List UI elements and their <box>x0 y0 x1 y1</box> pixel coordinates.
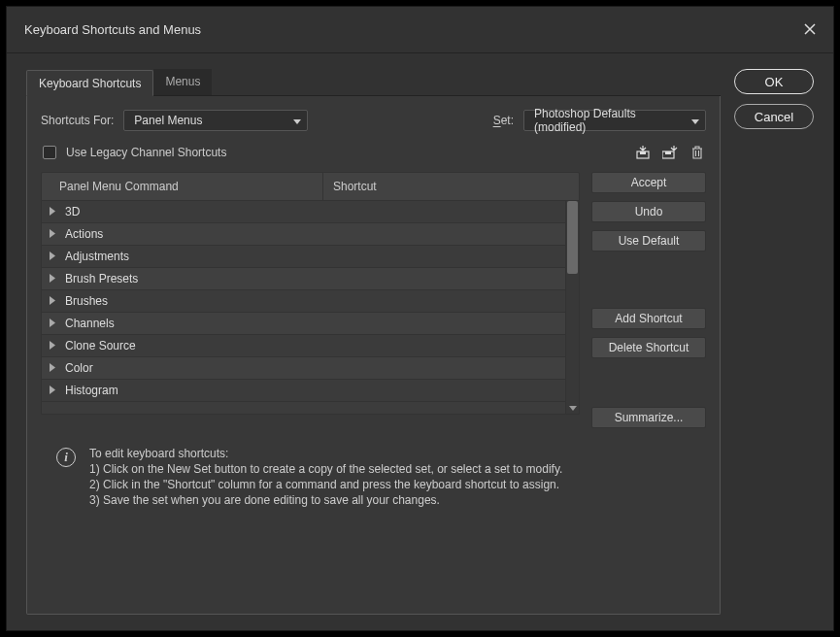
row-label: Clone Source <box>65 339 565 352</box>
shortcuts-for-value: Panel Menus <box>134 114 202 127</box>
chevron-right-icon <box>50 384 57 397</box>
instructions: i To edit keyboard shortcuts: 1) Click o… <box>41 428 706 512</box>
instructions-text: To edit keyboard shortcuts: 1) Click on … <box>89 446 562 508</box>
row-label: Brush Presets <box>65 272 565 285</box>
ok-button[interactable]: OK <box>734 69 814 94</box>
side-column: OK Cancel <box>734 69 814 615</box>
chevron-right-icon <box>50 294 57 308</box>
table-header: Panel Menu Command Shortcut <box>41 172 580 201</box>
use-default-button[interactable]: Use Default <box>591 230 706 251</box>
delete-set-button[interactable] <box>689 145 706 160</box>
summarize-button[interactable]: Summarize... <box>591 407 706 428</box>
close-button[interactable] <box>800 17 820 42</box>
set-icon-buttons <box>634 145 706 160</box>
legacy-label: Use Legacy Channel Shortcuts <box>66 146 226 159</box>
chevron-right-icon <box>50 272 57 285</box>
main-column: Keyboard Shortcuts Menus Shortcuts For: … <box>26 69 721 615</box>
chevron-right-icon <box>50 250 57 263</box>
table-row[interactable]: Actions <box>42 223 565 246</box>
tab-menus[interactable]: Menus <box>153 69 212 95</box>
row-label: Actions <box>65 227 565 241</box>
titlebar: Keyboard Shortcuts and Menus <box>7 7 833 53</box>
dialog-body: Keyboard Shortcuts Menus Shortcuts For: … <box>7 53 833 630</box>
close-icon <box>804 23 816 35</box>
table-row[interactable]: Clone Source <box>42 335 565 357</box>
chevron-right-icon <box>50 339 57 352</box>
accept-button[interactable]: Accept <box>591 172 706 193</box>
scrollbar-thumb[interactable] <box>567 201 578 274</box>
table-row[interactable]: 3D <box>42 201 565 223</box>
col-header-shortcut: Shortcut <box>323 180 579 193</box>
chevron-right-icon <box>50 205 57 218</box>
top-row: Shortcuts For: Panel Menus Set: Photosho… <box>41 110 706 131</box>
table-rows: 3DActionsAdjustmentsBrush PresetsBrushes… <box>42 201 565 414</box>
table-row[interactable]: Adjustments <box>42 246 565 268</box>
table-row[interactable]: Brushes <box>42 290 565 313</box>
instructions-line3: 3) Save the set when you are done editin… <box>89 492 562 508</box>
delete-shortcut-button[interactable]: Delete Shortcut <box>591 337 706 358</box>
row-label: Histogram <box>65 384 565 397</box>
table-area: Panel Menu Command Shortcut 3DActionsAdj… <box>41 172 706 428</box>
table-row[interactable]: Histogram <box>42 380 565 402</box>
row-label: Adjustments <box>65 250 565 263</box>
row-label: Brushes <box>65 294 565 308</box>
svg-rect-1 <box>640 151 646 154</box>
table-row[interactable]: Color <box>42 357 565 380</box>
scrollbar[interactable] <box>565 201 579 414</box>
trash-icon <box>689 146 705 159</box>
col-header-command: Panel Menu Command <box>42 173 323 200</box>
info-icon: i <box>56 448 76 467</box>
new-set-button[interactable] <box>634 145 652 160</box>
instructions-line1: 1) Click on the New Set button to create… <box>89 461 562 477</box>
svg-rect-3 <box>665 151 671 154</box>
instructions-line2: 2) Click in the "Shortcut" column for a … <box>89 477 562 492</box>
legacy-checkbox[interactable] <box>43 146 56 159</box>
row-label: Color <box>65 361 565 375</box>
row-label: Channels <box>65 317 565 330</box>
shortcuts-for-select[interactable]: Panel Menus <box>123 110 308 131</box>
table-body: 3DActionsAdjustmentsBrush PresetsBrushes… <box>41 201 580 415</box>
tab-content: Shortcuts For: Panel Menus Set: Photosho… <box>26 96 721 615</box>
set-label: Set: <box>493 114 514 127</box>
cancel-button[interactable]: Cancel <box>734 104 814 129</box>
second-row: Use Legacy Channel Shortcuts <box>41 145 706 160</box>
set-select[interactable]: Photoshop Defaults (modified) <box>523 110 706 131</box>
shortcuts-table: Panel Menu Command Shortcut 3DActionsAdj… <box>41 172 580 428</box>
dialog-keyboard-shortcuts: Keyboard Shortcuts and Menus Keyboard Sh… <box>6 6 834 631</box>
chevron-right-icon <box>50 361 57 375</box>
table-actions: Accept Undo Use Default Add Shortcut Del… <box>591 172 706 428</box>
set-value: Photoshop Defaults (modified) <box>534 107 684 134</box>
save-set-icon <box>635 146 651 159</box>
new-set-icon <box>662 146 678 159</box>
save-set-button[interactable] <box>661 145 679 160</box>
chevron-down-icon <box>691 114 699 127</box>
add-shortcut-button[interactable]: Add Shortcut <box>591 308 706 329</box>
table-row[interactable]: Brush Presets <box>42 268 565 290</box>
chevron-down-icon <box>293 114 301 127</box>
scroll-down-icon <box>566 402 579 414</box>
dialog-title: Keyboard Shortcuts and Menus <box>24 22 201 37</box>
tab-strip: Keyboard Shortcuts Menus <box>26 69 721 96</box>
shortcuts-for-label: Shortcuts For: <box>41 114 114 127</box>
instructions-heading: To edit keyboard shortcuts: <box>89 446 562 461</box>
tab-keyboard-shortcuts[interactable]: Keyboard Shortcuts <box>26 70 153 96</box>
undo-button[interactable]: Undo <box>591 201 706 222</box>
chevron-right-icon <box>50 227 57 241</box>
row-label: 3D <box>65 205 565 218</box>
table-row[interactable]: Channels <box>42 313 565 335</box>
chevron-right-icon <box>50 317 57 330</box>
